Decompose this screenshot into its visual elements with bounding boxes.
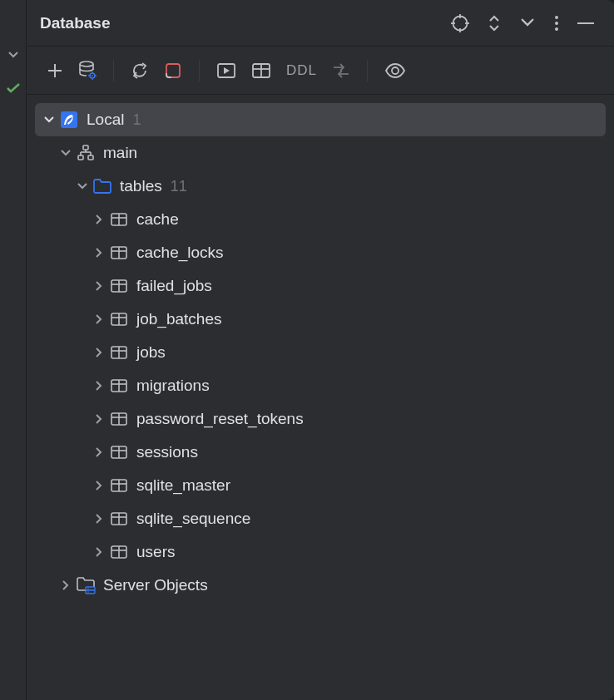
chevrons-down-icon	[519, 17, 536, 29]
database-gear-icon	[78, 61, 97, 81]
tree-node-table[interactable]: password_reset_tokens	[35, 402, 606, 436]
eye-icon	[384, 63, 406, 78]
chevron-right-icon	[90, 280, 108, 292]
node-label: Server Objects	[103, 576, 208, 594]
minimize-icon	[577, 22, 594, 25]
chevron-down-icon	[7, 51, 19, 59]
tree-node-table[interactable]: job_batches	[35, 303, 606, 336]
add-button[interactable]	[47, 62, 63, 79]
navigate-button[interactable]	[332, 63, 350, 78]
table-icon	[108, 312, 130, 327]
node-label: migrations	[136, 377, 210, 395]
svg-point-13	[92, 75, 93, 76]
folder-icon	[92, 178, 113, 195]
panel-header: Database	[27, 0, 614, 47]
chevron-right-icon	[57, 579, 75, 591]
tree-node-table[interactable]: sqlite_master	[35, 469, 606, 502]
chevron-down-icon	[57, 149, 75, 157]
table-icon	[251, 62, 271, 79]
minimize-button[interactable]	[577, 22, 594, 25]
table-icon	[108, 345, 130, 360]
svg-point-7	[555, 27, 558, 31]
svg-rect-70	[86, 590, 95, 594]
tree-node-table[interactable]: failed_jobs	[35, 269, 606, 303]
check-icon	[6, 82, 21, 94]
tree-node-table[interactable]: sqlite_sequence	[35, 502, 606, 535]
crosshair-icon	[451, 14, 469, 32]
svg-point-27	[392, 67, 399, 74]
chevron-right-icon	[90, 480, 108, 491]
tree-node-table[interactable]: cache	[35, 203, 606, 236]
toolbar-divider	[199, 60, 200, 81]
panel-title: Database	[40, 14, 451, 32]
node-label: Local	[87, 111, 124, 129]
chevron-right-icon	[90, 214, 108, 225]
node-label: job_batches	[136, 310, 221, 328]
node-count: 11	[171, 178, 187, 195]
table-view-button[interactable]	[251, 62, 271, 79]
feather-icon	[58, 111, 80, 129]
more-vertical-icon	[554, 15, 559, 32]
gutter-indicator-1[interactable]	[0, 43, 26, 67]
gutter-indicator-2[interactable]	[0, 76, 26, 100]
table-icon	[108, 545, 130, 560]
tree-node-table[interactable]: jobs	[35, 336, 606, 369]
svg-rect-28	[61, 111, 77, 128]
tree-node-server-objects[interactable]: Server Objects	[35, 569, 606, 602]
svg-rect-29	[83, 145, 88, 150]
node-count: 1	[132, 111, 141, 129]
node-label: users	[136, 543, 175, 561]
node-label: sessions	[136, 443, 198, 461]
stop-square-icon	[164, 62, 182, 80]
arrows-right-icon	[332, 63, 350, 78]
chevron-down-icon	[73, 182, 92, 190]
chevron-right-icon	[90, 313, 108, 325]
tree-node-table[interactable]: cache_locks	[35, 236, 606, 269]
table-icon	[108, 279, 130, 293]
tree-node-tables-folder[interactable]: tables 11	[35, 170, 606, 203]
view-options-button[interactable]	[384, 63, 406, 78]
node-label: password_reset_tokens	[136, 410, 304, 428]
tree-view: Local 1 main	[27, 95, 614, 700]
collapse-button[interactable]	[519, 17, 536, 29]
svg-point-71	[87, 588, 89, 589]
toolbar-divider	[113, 60, 114, 81]
refresh-button[interactable]	[131, 62, 149, 80]
node-label: cache_locks	[136, 244, 224, 262]
node-label: failed_jobs	[136, 277, 212, 295]
table-icon	[108, 445, 130, 460]
play-console-icon	[216, 62, 236, 79]
tree-node-table[interactable]: migrations	[35, 369, 606, 402]
datasource-properties-button[interactable]	[78, 61, 97, 81]
table-icon	[108, 378, 130, 393]
ddl-button[interactable]: DDL	[286, 62, 317, 79]
left-gutter	[0, 0, 27, 700]
node-label: main	[103, 144, 137, 162]
svg-point-0	[453, 16, 468, 30]
stop-button[interactable]	[164, 62, 182, 80]
chevron-right-icon	[90, 347, 108, 358]
svg-point-72	[87, 591, 89, 593]
query-console-button[interactable]	[216, 62, 236, 79]
refresh-icon	[131, 62, 149, 80]
options-button[interactable]	[451, 14, 469, 32]
node-label: tables	[120, 177, 162, 195]
tree-node-connection[interactable]: Local 1	[35, 103, 606, 136]
table-icon	[108, 245, 130, 260]
toolbar-divider	[367, 60, 368, 81]
server-folder-icon	[75, 576, 97, 594]
chevron-right-icon	[90, 446, 108, 458]
tree-node-schema[interactable]: main	[35, 136, 606, 170]
svg-rect-30	[78, 155, 83, 160]
svg-point-5	[555, 16, 558, 19]
chevron-right-icon	[90, 513, 108, 525]
node-label: jobs	[136, 343, 166, 362]
node-label: sqlite_sequence	[136, 510, 250, 528]
svg-rect-31	[88, 155, 93, 160]
tree-node-table[interactable]: users	[35, 535, 606, 569]
expand-button[interactable]	[488, 15, 501, 32]
schema-icon	[75, 145, 97, 161]
more-button[interactable]	[554, 15, 559, 32]
header-actions	[451, 14, 594, 32]
tree-node-table[interactable]: sessions	[35, 436, 606, 469]
